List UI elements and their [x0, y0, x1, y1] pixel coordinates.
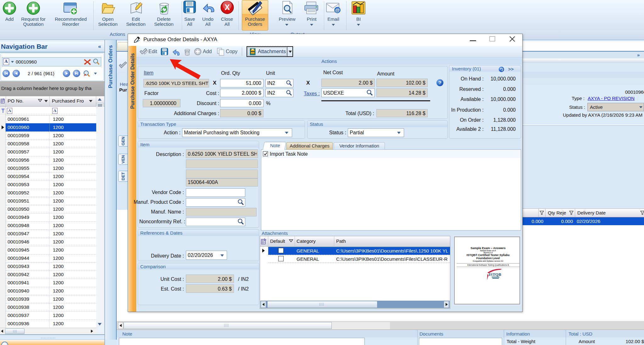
svg-text:X: X	[225, 3, 230, 12]
svg-text:ISTQB: ISTQB	[489, 272, 501, 277]
svg-text:@: @	[335, 7, 340, 13]
